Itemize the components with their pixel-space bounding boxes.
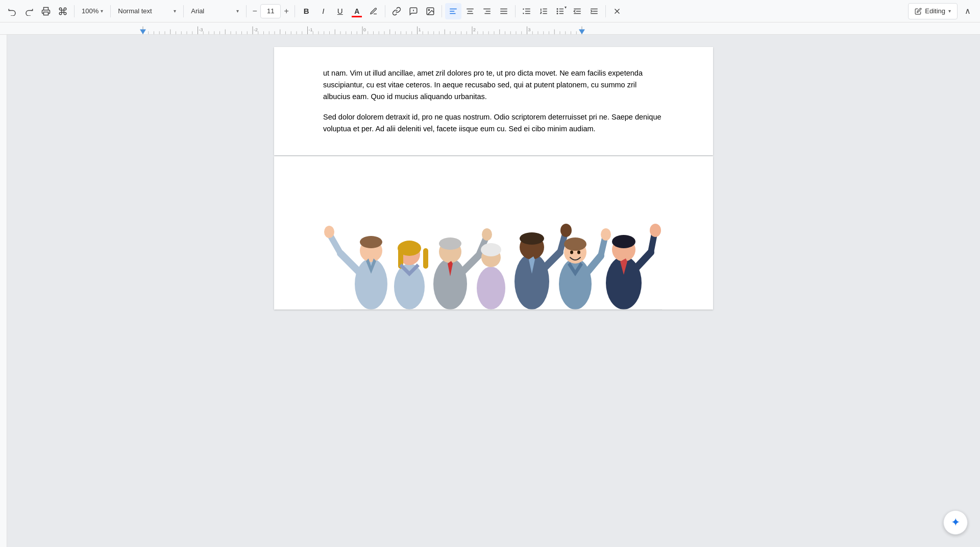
svg-point-28 <box>557 13 558 14</box>
underline-button[interactable]: U <box>332 3 348 19</box>
svg-line-53 <box>463 256 478 271</box>
bulleted-list-button[interactable]: ▾ <box>552 3 569 19</box>
sep5 <box>295 5 295 17</box>
align-left-button[interactable] <box>445 3 461 19</box>
paint-format-button[interactable] <box>55 3 71 19</box>
fontsize-group: − + <box>250 3 291 19</box>
svg-line-63 <box>545 252 560 268</box>
page-1[interactable]: ut nam. Vim ut illud ancillae, amet zril… <box>274 47 713 155</box>
ruler-canvas <box>0 22 980 34</box>
increase-font-button[interactable]: + <box>281 3 291 19</box>
svg-line-79 <box>636 252 651 268</box>
clear-formatting-button[interactable] <box>609 3 625 19</box>
editing-chevron-icon: ▾ <box>948 8 951 14</box>
svg-point-57 <box>477 267 505 310</box>
insert-link-button[interactable] <box>388 3 405 19</box>
people-image <box>315 177 672 310</box>
ruler <box>0 22 980 35</box>
decrease-font-button[interactable]: − <box>250 3 260 19</box>
svg-point-71 <box>577 250 580 254</box>
svg-point-52 <box>439 237 461 250</box>
svg-point-27 <box>557 11 558 12</box>
zoom-dropdown[interactable]: 100% ▾ <box>78 3 107 19</box>
svg-point-42 <box>360 236 382 248</box>
document-content: ut nam. Vim ut illud ancillae, amet zril… <box>7 35 980 547</box>
svg-point-74 <box>601 228 611 241</box>
text-format-group: B I U A <box>298 3 382 19</box>
sep9 <box>605 5 606 17</box>
svg-rect-0 <box>44 12 48 15</box>
decrease-indent-button[interactable] <box>569 3 585 19</box>
numbered-list-button[interactable] <box>535 3 552 19</box>
clear-group <box>609 3 625 19</box>
paragraph-1: ut nam. Vim ut illud ancillae, amet zril… <box>323 67 664 103</box>
svg-point-70 <box>570 250 573 254</box>
sep3 <box>183 5 184 17</box>
text-color-icon: A <box>354 7 359 15</box>
ai-star-icon: ✦ <box>951 516 960 529</box>
page-2 <box>274 156 713 310</box>
zoom-value: 100% <box>82 7 99 15</box>
svg-point-69 <box>564 237 586 251</box>
list-chevron-icon: ▾ <box>565 5 567 10</box>
svg-point-62 <box>520 232 544 245</box>
paragraph-2: Sed dolor dolorem detraxit id, pro ne qu… <box>323 111 664 135</box>
sep7 <box>442 5 442 17</box>
history-group <box>4 3 71 19</box>
right-controls: Editing ▾ ∧ <box>908 3 976 19</box>
person-1 <box>324 226 387 310</box>
highlight-button[interactable] <box>365 3 382 19</box>
svg-point-67 <box>559 258 592 310</box>
text-color-bar <box>352 16 362 17</box>
font-dropdown[interactable]: Arial ▾ <box>187 3 243 19</box>
increase-indent-button[interactable] <box>586 3 602 19</box>
svg-rect-48 <box>423 248 428 269</box>
style-label: Normal text <box>118 7 152 15</box>
spacing-list-group: ▾ <box>519 3 602 19</box>
svg-line-40 <box>330 235 340 253</box>
italic-button[interactable]: I <box>315 3 331 19</box>
svg-point-26 <box>557 8 558 9</box>
svg-point-78 <box>612 235 635 248</box>
svg-line-39 <box>340 253 358 271</box>
font-group: Arial ▾ <box>187 3 243 19</box>
ai-assistant-button[interactable]: ✦ <box>943 510 968 535</box>
sep4 <box>246 5 247 17</box>
svg-point-44 <box>394 264 425 310</box>
line-spacing-button[interactable] <box>519 3 535 19</box>
align-group <box>445 3 512 19</box>
svg-point-59 <box>481 243 501 256</box>
text-color-button[interactable]: A <box>349 3 365 19</box>
align-center-button[interactable] <box>462 3 478 19</box>
zoom-group: 100% ▾ <box>78 3 107 19</box>
redo-button[interactable] <box>21 3 37 19</box>
font-size-input[interactable] <box>260 4 281 18</box>
align-right-button[interactable] <box>479 3 495 19</box>
sep8 <box>515 5 516 17</box>
svg-point-4 <box>429 9 430 10</box>
vertical-ruler <box>0 35 7 547</box>
insert-group <box>388 3 438 19</box>
person-6 <box>559 228 611 310</box>
style-chevron-icon: ▾ <box>174 8 176 14</box>
person-7 <box>606 224 661 310</box>
style-dropdown[interactable]: Normal text ▾ <box>114 3 180 19</box>
zoom-chevron-icon: ▾ <box>101 8 103 14</box>
editing-mode-button[interactable]: Editing ▾ <box>908 3 958 19</box>
toolbar: 100% ▾ Normal text ▾ Arial ▾ − + B I U A <box>0 0 980 22</box>
align-justify-button[interactable] <box>496 3 512 19</box>
sep1 <box>74 5 75 17</box>
font-label: Arial <box>191 7 204 15</box>
page-1-text: ut nam. Vim ut illud ancillae, amet zril… <box>323 67 664 135</box>
insert-comment-button[interactable] <box>405 3 422 19</box>
bold-button[interactable]: B <box>298 3 314 19</box>
font-chevron-icon: ▾ <box>236 8 239 14</box>
svg-point-81 <box>650 224 661 237</box>
collapse-toolbar-button[interactable]: ∧ <box>960 3 976 19</box>
sep6 <box>385 5 385 17</box>
editing-label: Editing <box>925 7 945 15</box>
svg-point-41 <box>324 226 334 238</box>
insert-image-button[interactable] <box>422 3 438 19</box>
print-button[interactable] <box>38 3 54 19</box>
undo-button[interactable] <box>4 3 20 19</box>
